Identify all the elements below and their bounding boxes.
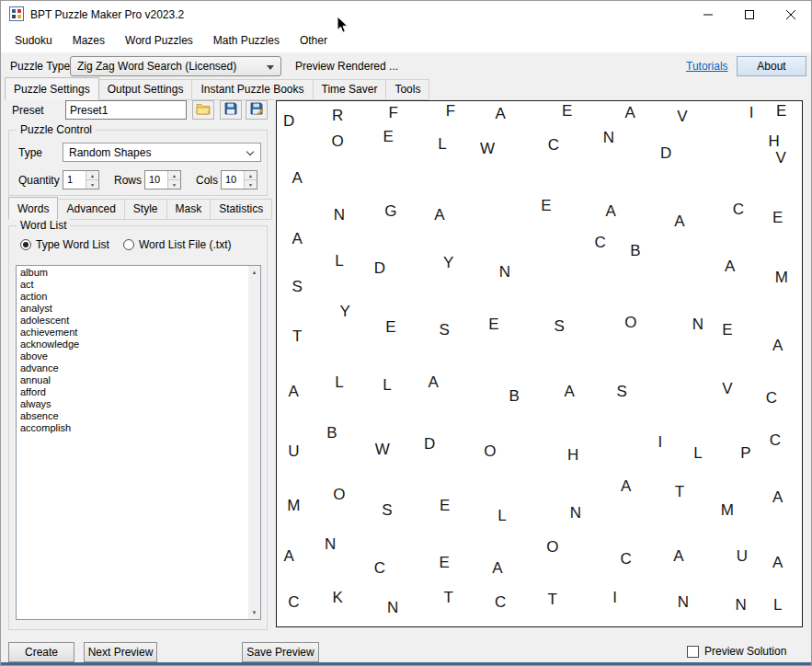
rows-stepper[interactable]: 10 ▲▼	[144, 170, 181, 189]
puzzle-letter: I	[612, 589, 617, 607]
puzzle-letter: A	[673, 547, 683, 566]
type-word-list-option[interactable]: Type Word List	[20, 238, 109, 251]
menu-math-puzzles[interactable]: Math Puzzles	[203, 29, 290, 52]
puzzle-letter: A	[772, 337, 783, 355]
tab-output-settings[interactable]: Output Settings	[98, 79, 193, 99]
folder-icon	[196, 103, 211, 118]
save-preset-as-button[interactable]	[246, 100, 268, 120]
puzzle-letter: A	[605, 202, 615, 221]
rows-down-icon[interactable]: ▼	[168, 180, 180, 189]
puzzle-letter: C	[495, 593, 506, 612]
cols-stepper[interactable]: 10 ▲▼	[221, 170, 257, 189]
tab-instant-puzzle-books[interactable]: Instant Puzzle Books	[191, 79, 313, 99]
quantity-stepper[interactable]: 1 ▲▼	[63, 170, 99, 189]
puzzle-letter: N	[325, 535, 336, 554]
render-status: Preview Rendered ...	[295, 60, 398, 73]
word-list-item[interactable]: afford	[17, 386, 247, 398]
puzzle-type-dropdown[interactable]: Zig Zag Word Search (Licensed)	[70, 56, 281, 76]
puzzle-letter: Y	[340, 303, 350, 321]
puzzle-letter: N	[678, 593, 689, 612]
word-list-item[interactable]: adolescent	[17, 315, 247, 327]
puzzle-letter: A	[283, 547, 293, 566]
puzzle-letter: E	[772, 209, 783, 227]
next-preview-button[interactable]: Next Preview	[84, 642, 157, 662]
puzzle-letter: U	[288, 442, 299, 461]
word-list-file-option[interactable]: Word List File (.txt)	[123, 238, 231, 251]
tab-mask[interactable]: Mask	[166, 199, 212, 219]
tab-time-saver[interactable]: Time Saver	[313, 79, 387, 99]
scroll-up-icon[interactable]: ▲	[248, 266, 260, 279]
cols-up-icon[interactable]: ▲	[245, 171, 257, 180]
maximize-button[interactable]	[728, 1, 770, 29]
rows-up-icon[interactable]: ▲	[168, 171, 180, 180]
menu-word-puzzles[interactable]: Word Puzzles	[115, 29, 203, 52]
tab-tools[interactable]: Tools	[385, 79, 429, 99]
shape-type-dropdown[interactable]: Random Shapes	[63, 143, 261, 162]
create-button[interactable]: Create	[8, 642, 74, 662]
quantity-up-icon[interactable]: ▲	[86, 171, 98, 180]
scroll-down-icon[interactable]: ▼	[248, 606, 260, 619]
word-list-scrollbar[interactable]: ▲ ▼	[248, 266, 260, 619]
word-list-item[interactable]: absence	[17, 410, 247, 422]
menu-other[interactable]: Other	[290, 29, 337, 52]
word-list-item[interactable]: above	[17, 350, 247, 362]
puzzle-letter: W	[480, 140, 495, 158]
type-word-list-label: Type Word List	[36, 238, 109, 251]
minimize-button[interactable]	[687, 1, 728, 29]
main-tab-strip: Puzzle Settings Output Settings Instant …	[5, 78, 429, 100]
puzzle-letter: A	[564, 383, 574, 401]
preset-input[interactable]	[65, 100, 187, 120]
menu-sudoku[interactable]: Sudoku	[5, 29, 63, 52]
save-preset-button[interactable]	[220, 100, 242, 120]
tutorials-link[interactable]: Tutorials	[686, 60, 728, 73]
word-list-item[interactable]: always	[17, 398, 247, 410]
word-list-item[interactable]: analyst	[17, 303, 247, 315]
puzzle-letter: B	[630, 242, 640, 260]
puzzle-letter: C	[548, 136, 559, 155]
puzzle-letter: A	[292, 169, 303, 188]
preview-solution-checkbox-row[interactable]: Preview Solution	[687, 645, 786, 658]
checkbox-unchecked-icon[interactable]	[687, 646, 699, 658]
puzzle-letter: V	[677, 108, 687, 126]
word-list-item[interactable]: album	[17, 267, 247, 279]
quantity-down-icon[interactable]: ▼	[86, 180, 98, 189]
puzzle-letter: N	[736, 596, 747, 614]
puzzle-letter: O	[332, 132, 344, 151]
puzzle-letter: O	[624, 314, 636, 332]
word-list-item[interactable]: action	[17, 291, 247, 303]
radio-unselected-icon[interactable]	[123, 239, 134, 250]
puzzle-letter: B	[509, 387, 519, 406]
puzzle-letter: E	[488, 316, 498, 334]
word-list-items: albumactactionanalystadolescentachieveme…	[17, 267, 247, 618]
tab-words[interactable]: Words	[8, 197, 58, 220]
puzzle-letter: A	[772, 488, 783, 507]
titlebar[interactable]: BPT Puzzle Maker Pro v2023.2	[1, 1, 811, 29]
preview-solution-label: Preview Solution	[704, 645, 786, 658]
menu-mazes[interactable]: Mazes	[63, 29, 115, 52]
word-list-item[interactable]: advance	[17, 362, 247, 374]
tab-puzzle-settings[interactable]: Puzzle Settings	[5, 77, 99, 100]
preset-label: Preset	[12, 104, 44, 117]
tab-style[interactable]: Style	[124, 199, 167, 219]
word-list-item[interactable]: acknowledge	[17, 339, 247, 350]
tab-statistics[interactable]: Statistics	[210, 199, 272, 219]
word-list-item[interactable]: achievement	[17, 327, 247, 339]
puzzle-letter: A	[725, 258, 735, 276]
puzzle-letter: E	[439, 554, 449, 572]
open-preset-button[interactable]	[192, 100, 214, 120]
puzzle-letter: M	[775, 269, 788, 287]
tab-advanced[interactable]: Advanced	[57, 199, 124, 219]
puzzle-letter: A	[434, 206, 444, 224]
word-listbox[interactable]: albumactactionanalystadolescentachieveme…	[16, 265, 261, 620]
radio-selected-icon[interactable]	[20, 239, 31, 250]
word-list-item[interactable]: annual	[17, 374, 247, 386]
close-button[interactable]	[770, 1, 811, 29]
word-list-item[interactable]: act	[17, 279, 247, 291]
word-list-item[interactable]: accomplish	[17, 422, 247, 434]
puzzle-letter: A	[492, 559, 502, 578]
about-button[interactable]: About	[737, 56, 806, 76]
puzzle-letter: L	[773, 596, 782, 614]
puzzle-letter: F	[446, 102, 455, 121]
cols-down-icon[interactable]: ▼	[245, 180, 257, 189]
save-preview-button[interactable]: Save Preview	[242, 642, 319, 662]
